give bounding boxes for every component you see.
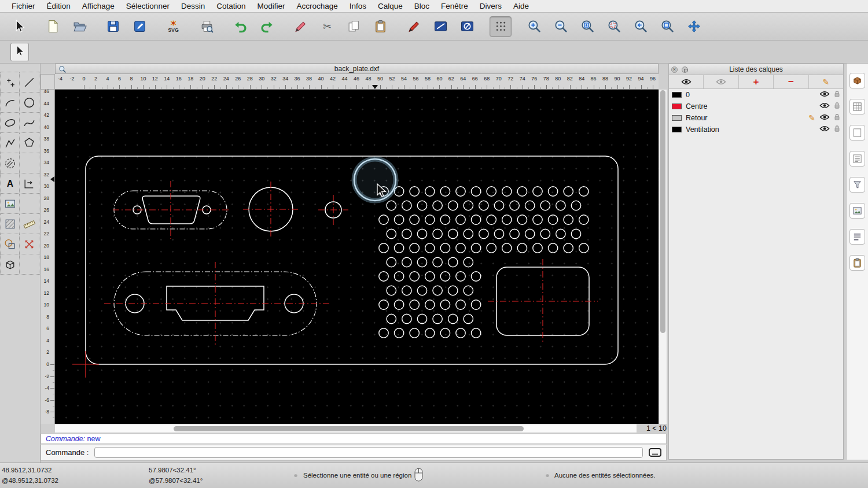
edit-settings-button[interactable]: [128, 16, 150, 37]
zoom-previous-button[interactable]: [630, 16, 652, 37]
layer-color-swatch[interactable]: [672, 127, 682, 132]
menu-accrochage[interactable]: Accrochage: [290, 2, 343, 10]
layer-visibility-icon[interactable]: [819, 114, 830, 122]
layer-lock-icon[interactable]: [834, 90, 840, 99]
menu-calque[interactable]: Calque: [372, 2, 409, 10]
library-widget-toggle-button[interactable]: [849, 99, 865, 114]
menu-edition[interactable]: Édition: [41, 2, 76, 10]
svg-export-button[interactable]: SVG: [162, 16, 184, 37]
layer-row[interactable]: Ventilation: [669, 124, 843, 135]
line-tool-button[interactable]: [20, 72, 39, 92]
explode-tool-button[interactable]: [20, 234, 39, 254]
arc-tool-button[interactable]: [0, 93, 20, 112]
list-widget-toggle-button[interactable]: [849, 151, 865, 167]
layer-color-swatch[interactable]: [672, 103, 682, 109]
grid-toggle-button[interactable]: [490, 16, 512, 37]
cut-button[interactable]: ✂: [316, 16, 338, 37]
pan-button[interactable]: [683, 16, 705, 37]
menu-dessin[interactable]: Dessin: [175, 2, 211, 10]
pen-red-button[interactable]: [289, 16, 311, 37]
save-button[interactable]: [102, 16, 124, 37]
close-icon[interactable]: ×: [671, 66, 678, 73]
remove-layer-button[interactable]: −: [774, 75, 808, 88]
keyboard-icon[interactable]: [649, 448, 661, 457]
command-input[interactable]: [94, 447, 643, 458]
layer-color-swatch[interactable]: [672, 92, 682, 98]
print-preview-button[interactable]: [196, 16, 218, 37]
undo-button[interactable]: [229, 16, 251, 37]
layer-lock-icon[interactable]: [834, 102, 840, 111]
paste-button[interactable]: [369, 16, 391, 37]
select-button[interactable]: [8, 16, 30, 37]
horizontal-scrollbar-thumb[interactable]: [174, 426, 524, 431]
h-ruler-label: 14: [164, 76, 170, 82]
edit-layer-button[interactable]: ✎: [809, 75, 843, 88]
detach-icon[interactable]: [682, 66, 688, 73]
vertical-scrollbar-thumb[interactable]: [660, 90, 665, 333]
select-tool-button[interactable]: [10, 43, 29, 61]
blank-widget-toggle-button[interactable]: [849, 125, 865, 141]
circle-attributes-button[interactable]: [456, 16, 478, 37]
layer-lock-icon[interactable]: [834, 125, 840, 134]
clipboard-widget-toggle-button[interactable]: [849, 255, 865, 271]
copy-button[interactable]: [343, 16, 365, 37]
menu-modifier[interactable]: Modifier: [251, 2, 290, 10]
layer-visibility-icon[interactable]: [819, 125, 830, 134]
layer-visibility-icon[interactable]: [819, 102, 830, 110]
menu-infos[interactable]: Infos: [344, 2, 372, 10]
spline-tool-button[interactable]: [20, 113, 39, 132]
h-ruler-label: 20: [200, 76, 205, 82]
layer-lock-icon[interactable]: [834, 113, 840, 123]
text-tool-button[interactable]: A: [0, 173, 20, 193]
zoom-in-button[interactable]: [523, 16, 545, 37]
layer-color-swatch[interactable]: [672, 115, 682, 121]
circle-tool-button[interactable]: [20, 93, 39, 112]
menu-fichier[interactable]: Fichier: [6, 2, 41, 10]
lines-widget-toggle-button[interactable]: [849, 229, 865, 245]
ellipse-tool-button[interactable]: [0, 113, 20, 132]
zoom-window-button[interactable]: [656, 16, 678, 37]
solid3d-tool-button[interactable]: [0, 254, 20, 274]
menu-cotation[interactable]: Cotation: [211, 2, 251, 10]
points-tool-button[interactable]: [0, 72, 20, 92]
block-widget-toggle-button[interactable]: [849, 73, 865, 88]
menu-fenetre[interactable]: Fenêtre: [435, 2, 474, 10]
layer-row[interactable]: 0: [669, 89, 843, 101]
h-ruler-label: 88: [602, 76, 608, 82]
modify-tool-button[interactable]: [0, 234, 20, 254]
zoom-out-button[interactable]: [550, 16, 572, 37]
hide-all-layers-button[interactable]: [704, 75, 738, 88]
menu-selectionner[interactable]: Sélectionner: [120, 2, 175, 10]
line-attributes-button[interactable]: [429, 16, 451, 37]
layer-row[interactable]: Retour✎: [669, 112, 843, 124]
layer-visibility-icon[interactable]: [819, 91, 830, 99]
add-layer-button[interactable]: +: [739, 75, 774, 88]
document-titlebar[interactable]: back_plate.dxf: [55, 64, 659, 74]
filter-widget-toggle-button[interactable]: [849, 177, 865, 193]
zoom-auto-button[interactable]: [576, 16, 598, 37]
horizontal-scrollbar[interactable]: [55, 424, 637, 432]
menu-bloc[interactable]: Bloc: [409, 2, 435, 10]
measure-tool-button[interactable]: [20, 214, 39, 234]
menu-divers[interactable]: Divers: [474, 2, 507, 10]
menu-aide[interactable]: Aide: [507, 2, 535, 10]
polygon-tool-button[interactable]: [20, 133, 39, 153]
new-button[interactable]: [42, 16, 64, 37]
vertical-scrollbar[interactable]: [659, 90, 667, 424]
open-button[interactable]: [68, 16, 90, 37]
zoom-select-button[interactable]: [603, 16, 625, 37]
media-widget-toggle-button[interactable]: [849, 203, 865, 219]
drawing-canvas[interactable]: [55, 90, 659, 424]
redo-button[interactable]: [256, 16, 278, 37]
layer-row[interactable]: Centre: [669, 101, 843, 112]
image-tool-button[interactable]: [0, 194, 20, 213]
polyline-tool-button[interactable]: [0, 133, 20, 153]
h-ruler-label: 58: [425, 76, 431, 82]
dim-leader-tool-button[interactable]: [20, 173, 39, 193]
menu-affichage[interactable]: Affichage: [76, 2, 120, 10]
hatch-tool-button[interactable]: [0, 214, 20, 234]
show-all-layers-button[interactable]: [669, 75, 704, 88]
pen-attributes-button[interactable]: [403, 16, 425, 37]
h-ruler-label: 90: [615, 76, 620, 82]
circle-hatch-tool-button[interactable]: [0, 153, 20, 173]
